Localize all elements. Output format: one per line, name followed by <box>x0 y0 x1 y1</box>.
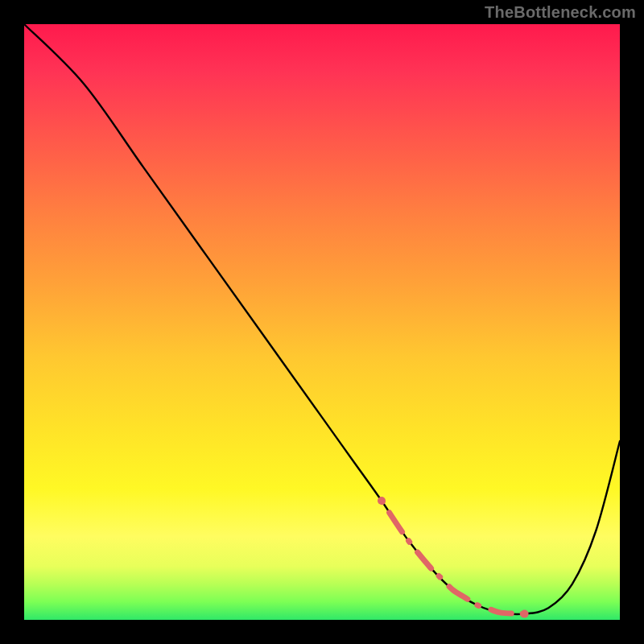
bottleneck-curve <box>24 24 620 614</box>
watermark-label: TheBottleneck.com <box>485 3 636 22</box>
curve-layer <box>24 24 620 620</box>
trough-markers <box>382 501 525 614</box>
trough-marker-dot <box>378 497 386 505</box>
chart-canvas: TheBottleneck.com <box>0 0 644 644</box>
trough-marker-dot <box>521 610 529 618</box>
plot-area <box>24 24 620 620</box>
